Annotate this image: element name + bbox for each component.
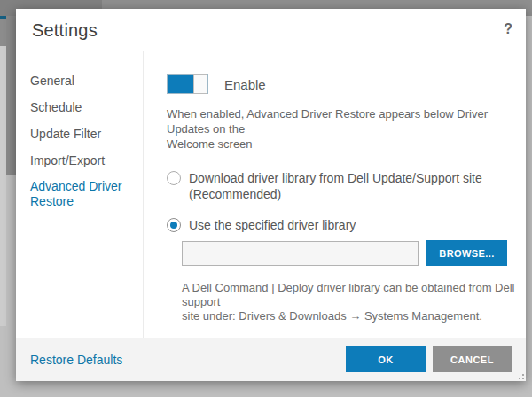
enable-toggle[interactable]	[167, 74, 208, 94]
feature-description: When enabled, Advanced Driver Restore ap…	[167, 106, 526, 152]
dialog-header: Settings ?	[16, 9, 526, 51]
sidebar-item-import-export[interactable]: Import/Export	[30, 152, 143, 168]
download-library-radio[interactable]	[167, 171, 181, 185]
sidebar-item-general[interactable]: General	[30, 73, 143, 89]
settings-dialog: Settings ? General Schedule Update Filte…	[16, 9, 526, 381]
feature-description-line2: Welcome screen	[167, 137, 253, 151]
resize-grip-icon[interactable]	[517, 372, 524, 379]
feature-description-line1: When enabled, Advanced Driver Restore ap…	[167, 107, 488, 136]
library-path-input[interactable]	[182, 241, 419, 266]
screen: Settings ? General Schedule Update Filte…	[0, 0, 532, 397]
cancel-button[interactable]: CANCEL	[433, 346, 512, 372]
enable-toggle-row: Enable	[167, 74, 526, 94]
browse-button[interactable]: BROWSE...	[426, 240, 507, 266]
specified-library-radio[interactable]	[167, 218, 181, 232]
dialog-footer: Restore Defaults OK CANCEL	[16, 338, 526, 381]
background-right-strip	[0, 0, 6, 326]
download-library-label-line2: (Recommended)	[189, 187, 281, 201]
page-title: Settings	[32, 20, 98, 41]
download-library-label-line1: Download driver library from Dell Update…	[189, 171, 482, 185]
library-note-line2: site under: Drivers & Downloads → System…	[182, 309, 482, 323]
library-path-row: BROWSE...	[182, 240, 526, 266]
radio-row-specified: Use the specified driver library	[167, 217, 526, 233]
enable-toggle-label: Enable	[224, 77, 266, 92]
library-note-line1: A Dell Command | Deploy driver library c…	[182, 281, 514, 308]
help-icon[interactable]: ?	[504, 21, 512, 37]
ok-button[interactable]: OK	[346, 346, 426, 372]
toggle-knob	[193, 74, 207, 94]
restore-defaults-link[interactable]: Restore Defaults	[30, 353, 122, 367]
advanced-driver-restore-panel: Enable When enabled, Advanced Driver Res…	[144, 51, 526, 338]
sidebar-item-update-filter[interactable]: Update Filter	[30, 126, 143, 142]
download-library-radio-label[interactable]: Download driver library from Dell Update…	[189, 170, 482, 202]
sidebar-item-schedule[interactable]: Schedule	[30, 99, 143, 115]
specified-library-radio-label[interactable]: Use the specified driver library	[189, 217, 356, 233]
sidebar: General Schedule Update Filter Import/Ex…	[16, 51, 144, 338]
sidebar-item-advanced-driver-restore[interactable]: Advanced Driver Restore	[30, 179, 143, 209]
dialog-body: General Schedule Update Filter Import/Ex…	[16, 51, 526, 338]
radio-row-download: Download driver library from Dell Update…	[167, 170, 526, 202]
library-note: A Dell Command | Deploy driver library c…	[182, 281, 526, 323]
